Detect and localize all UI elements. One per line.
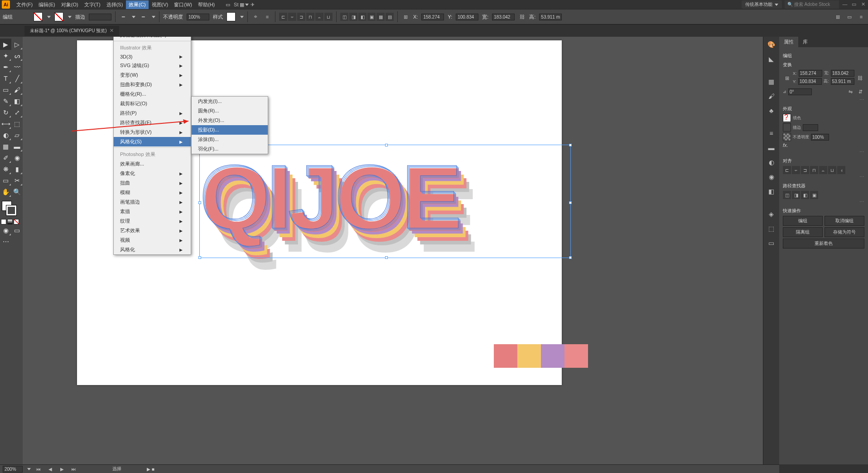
- align-right-icon[interactable]: ⊐: [297, 13, 305, 21]
- document-tab[interactable]: 未标题-1* @ 100% (CMYK/GPU 预览) ✕: [24, 26, 119, 36]
- gpu-icon[interactable]: ✈: [248, 0, 256, 9]
- pf-trim-icon[interactable]: ▤: [386, 13, 394, 21]
- p-align-vc-icon[interactable]: ⫠: [819, 166, 827, 174]
- sel-handle-tc[interactable]: [385, 144, 388, 146]
- pf-unite-icon[interactable]: ◫: [340, 13, 348, 21]
- nav-first-icon[interactable]: ⏮: [34, 465, 43, 473]
- free-transform-tool-icon[interactable]: ⬚: [11, 118, 23, 129]
- p-align-left-icon[interactable]: ⊏: [783, 166, 791, 174]
- flip-h-icon[interactable]: ⇋: [846, 88, 854, 96]
- align-icon-2[interactable]: ≡: [263, 13, 271, 21]
- window-restore-icon[interactable]: ▭: [851, 1, 857, 8]
- menu-convert-shape[interactable]: 转换为形状(V)▶: [114, 127, 191, 137]
- transparency-panel-icon[interactable]: ◐: [766, 156, 777, 168]
- graphic-styles-panel-icon[interactable]: ◧: [766, 185, 777, 197]
- ref-point-grid-icon[interactable]: ⊞: [783, 74, 791, 82]
- ref-point-icon[interactable]: ⊞: [401, 13, 410, 21]
- none-mode-icon[interactable]: [14, 219, 19, 224]
- menu-object[interactable]: 对象(O): [58, 0, 81, 9]
- p-align-bottom-icon[interactable]: ⊔: [828, 166, 836, 174]
- link-wh-icon[interactable]: ⛓: [518, 10, 526, 24]
- stroke-color-swatch[interactable]: [6, 205, 16, 215]
- align-top-icon[interactable]: ⊓: [306, 13, 314, 21]
- menu-rasterize[interactable]: 栅格化(R)...: [114, 89, 191, 99]
- zoom-tool-icon[interactable]: 🔍: [11, 186, 23, 197]
- menu-3d[interactable]: 3D(3)▶: [114, 53, 191, 61]
- menu-texture[interactable]: 纹理▶: [114, 216, 191, 226]
- y-input[interactable]: [456, 14, 478, 20]
- mesh-tool-icon[interactable]: ▦: [0, 141, 11, 152]
- slice-tool-icon[interactable]: ✂: [11, 175, 23, 186]
- menu-pixelate[interactable]: 像素化▶: [114, 169, 191, 178]
- selection-tool-icon[interactable]: ▶: [0, 39, 11, 50]
- menu-distort-transform[interactable]: 扭曲和变换(D)▶: [114, 80, 191, 89]
- fill-swatch[interactable]: [34, 12, 43, 21]
- asset-export-panel-icon[interactable]: ⬚: [766, 223, 777, 234]
- stroke-weight-input[interactable]: [89, 14, 111, 20]
- action-save-symbol[interactable]: 存储为符号: [825, 227, 864, 237]
- tab-close-icon[interactable]: ✕: [110, 28, 114, 34]
- menu-type[interactable]: 文字(T): [82, 0, 103, 9]
- p-align-right-icon[interactable]: ⊐: [801, 166, 809, 174]
- doc-icon[interactable]: ▭: [224, 0, 232, 9]
- align-vcenter-icon[interactable]: ⫠: [315, 13, 323, 21]
- color-guide-panel-icon[interactable]: ◣: [766, 53, 777, 65]
- line-tool-icon[interactable]: ╱: [11, 73, 23, 84]
- align-hcenter-icon[interactable]: ⫟: [288, 13, 296, 21]
- x-input[interactable]: [421, 14, 444, 20]
- fx-label[interactable]: fx.: [783, 142, 788, 148]
- hand-tool-icon[interactable]: ✋: [0, 186, 11, 197]
- p-pf-minus-icon[interactable]: ◨: [792, 191, 800, 199]
- sel-handle-tr[interactable]: [569, 144, 572, 146]
- screen-mode-icon[interactable]: ▭: [11, 224, 23, 236]
- gradient-tool-icon[interactable]: ▬: [11, 141, 23, 152]
- menu-edit[interactable]: 编辑(E): [36, 0, 58, 9]
- submenu-scribble[interactable]: 涂抹(B)...: [192, 135, 268, 144]
- menu-file[interactable]: 文件(F): [14, 0, 35, 9]
- menu-blur[interactable]: 模糊▶: [114, 188, 191, 197]
- transform-panel-icon[interactable]: ⊞: [834, 13, 842, 21]
- p-pf-exclude-icon[interactable]: ▣: [810, 191, 818, 199]
- p-align-hc-icon[interactable]: ⫟: [792, 166, 800, 174]
- action-group[interactable]: 编组: [783, 216, 823, 226]
- pf-minus-icon[interactable]: ◨: [349, 13, 357, 21]
- submenu-feather[interactable]: 羽化(F)...: [192, 144, 268, 154]
- symbol-sprayer-tool-icon[interactable]: ❋: [0, 163, 11, 175]
- stroke-profile-icon[interactable]: ━: [139, 13, 147, 21]
- stock-search[interactable]: 🔍 搜索 Adobe Stock: [785, 0, 839, 9]
- type-tool-icon[interactable]: T: [0, 73, 11, 84]
- artboard-tool-icon[interactable]: ▭: [0, 175, 11, 186]
- stroke-swatch[interactable]: [54, 12, 63, 21]
- stroke-color-box[interactable]: [783, 123, 791, 132]
- menu-warp[interactable]: 变形(W)▶: [114, 70, 191, 80]
- nav-prev-icon[interactable]: ◀: [46, 465, 54, 473]
- menu-crop-marks[interactable]: 裁剪标记(O): [114, 99, 191, 108]
- prop-h-input[interactable]: [831, 78, 854, 85]
- color-panel-icon[interactable]: 🎨: [766, 39, 777, 50]
- menu-sketch[interactable]: 素描▶: [114, 207, 191, 216]
- opacity-prop-input[interactable]: [811, 134, 829, 141]
- tab-properties[interactable]: 属性: [779, 37, 798, 47]
- prop-y-input[interactable]: [798, 78, 822, 85]
- isolate-icon[interactable]: ▭: [845, 13, 854, 21]
- prop-x-input[interactable]: [799, 70, 822, 77]
- submenu-drop-shadow[interactable]: 投影(D)...: [192, 125, 268, 135]
- h-input[interactable]: [539, 14, 562, 20]
- magic-wand-tool-icon[interactable]: ✦: [0, 50, 11, 61]
- w-input[interactable]: [492, 14, 515, 20]
- menu-path[interactable]: 路径(P)▶: [114, 108, 191, 118]
- pf-intersect-icon[interactable]: ◧: [358, 13, 366, 21]
- appearance-panel-icon[interactable]: ◉: [766, 171, 777, 183]
- tab-libraries[interactable]: 库: [798, 37, 812, 47]
- shaper-tool-icon[interactable]: ✎: [0, 95, 11, 107]
- brush-def-icon[interactable]: ━: [119, 13, 127, 21]
- menu-effect-gallery[interactable]: 效果画廊...: [114, 159, 191, 169]
- flip-v-icon[interactable]: ⇵: [856, 88, 864, 96]
- stroke-weight-prop[interactable]: [803, 124, 818, 131]
- bridge-icon[interactable]: St: [232, 0, 240, 9]
- menu-raster-settings[interactable]: 文档栅格效果设置(E)...: [114, 37, 191, 40]
- menu-distort-ps[interactable]: 扭曲▶: [114, 178, 191, 188]
- p-align-dist-icon[interactable]: ⫞: [837, 166, 845, 174]
- sel-handle-ml[interactable]: [198, 201, 201, 204]
- window-close-icon[interactable]: ✕: [860, 1, 866, 8]
